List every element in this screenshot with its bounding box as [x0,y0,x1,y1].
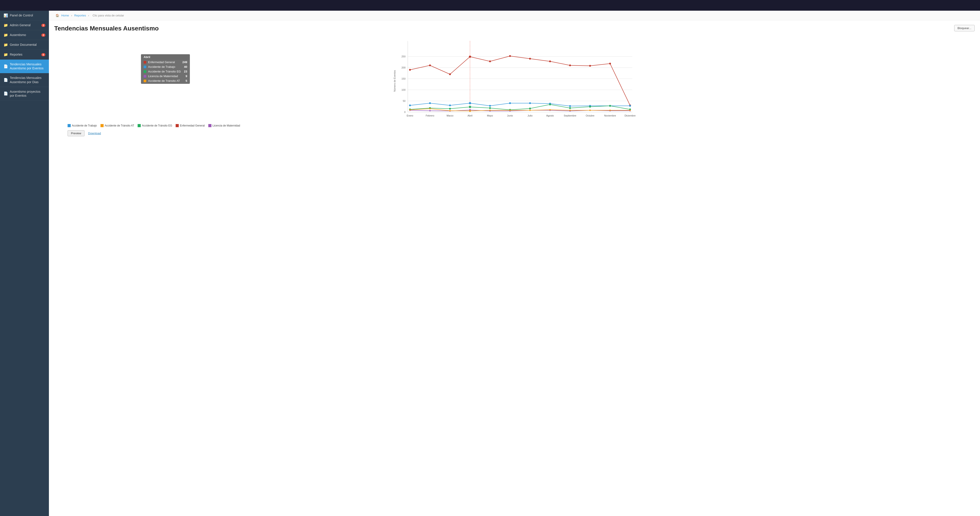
dot-ateg-2 [449,108,451,110]
x-label-mayo: Mayo [487,114,493,117]
sidebar-label-gestor-documental: Gestor Documental [10,43,45,47]
sidebar-item-ausentismo[interactable]: 📁 Ausentismo 2 [0,30,49,40]
x-label-junio: Junio [507,114,513,117]
line-chart: Número de Eventos 0 50 100 150 200 [54,37,975,121]
badge-reportes: 6 [41,53,45,56]
dot-atat-1 [429,108,431,109]
dot-at-1 [429,102,431,104]
sidebar-label-ausentismo-proyectos: Ausentismo proyectos por Eventos [10,89,45,97]
dot-ateg-7 [549,104,551,105]
dot-atat-7 [549,109,551,110]
folder-icon-admin: 📁 [3,23,8,27]
dot-eg-0 [409,69,411,71]
folder-icon-gestor: 📁 [3,43,8,47]
y-tick-200: 200 [401,66,406,69]
breadcrumb-sep-2: › [88,14,90,17]
download-button[interactable]: Download [88,132,101,135]
line-accidente-transito-eg [410,105,630,110]
y-tick-0: 0 [404,111,406,113]
sidebar-item-panel-control[interactable]: 📊 Panel de Control [0,11,49,21]
dot-eg-9 [589,65,591,67]
x-label-diciembre: Diciembre [625,114,636,117]
chart-container: Número de Eventos 0 50 100 150 200 [49,34,980,141]
dot-at-8 [569,105,571,107]
dot-eg-10 [609,63,611,64]
sidebar-item-reportes[interactable]: 📁 Reportes 6 [0,50,49,60]
sidebar: 📊 Panel de Control 📁 Admin General 2 📁 A… [0,11,49,516]
chart-actions: Preview Download [54,130,975,136]
sidebar-label-panel-control: Panel de Control [10,13,45,18]
breadcrumb-reportes-link[interactable]: Reportes [74,14,86,17]
legend-item-eg: Enfermedad General [176,124,205,127]
sidebar-item-tendencias-dias[interactable]: 📄 Tendencias Mensuales Ausentismo por Di… [0,73,49,87]
dot-at-5 [509,102,511,104]
legend-item-lm: Licencia de Maternidad [208,124,240,127]
chart-icon: 📊 [3,13,8,18]
dot-atat-3 [469,110,471,112]
line-enfermedad-general [410,56,630,105]
dot-eg-4 [489,61,491,62]
sidebar-item-admin-general[interactable]: 📁 Admin General 2 [0,21,49,30]
dot-ateg-6 [529,108,531,109]
y-tick-150: 150 [401,77,406,80]
dot-eg-3 [469,56,471,58]
x-label-julio: Julio [528,114,533,117]
legend-label-eg: Enfermedad General [180,124,205,127]
x-label-agosto: Agosto [546,114,554,117]
x-label-noviembre: Noviembre [604,114,616,117]
dot-eg-6 [529,58,531,60]
legend-dot-ateg [138,124,141,127]
preview-button[interactable]: Preview [68,130,84,136]
sidebar-label-tendencias-dias: Tendencias Mensuales Ausentismo por Dias [10,76,45,84]
legend-item-atat: Accidente de Tránsito AT [100,124,134,127]
bloquear-button[interactable]: Bloquear... [954,25,975,31]
dot-lm-1 [429,110,431,111]
y-tick-50: 50 [403,100,406,102]
dot-atat-6 [529,110,531,111]
badge-ausentismo: 2 [41,33,45,37]
dot-eg-2 [449,73,451,75]
breadcrumb: 🏠 Home › Reportes › Clic para vista de c… [49,11,980,21]
breadcrumb-current: Clic para vista de celular [92,14,124,17]
sidebar-item-gestor-documental[interactable]: 📁 Gestor Documental [0,40,49,50]
dot-ateg-10 [609,105,611,107]
legend-item-at: Accidente de Trabajo [68,124,97,127]
dot-eg-5 [509,55,511,57]
page-header: Tendencias Mensuales Ausentismo Bloquear… [49,21,980,34]
page-title: Tendencias Mensuales Ausentismo [54,25,159,32]
legend-item-ateg: Accidente de Tránsito EG [138,124,172,127]
legend-label-lm: Licencia de Maternidad [213,124,240,127]
dot-at-6 [529,102,531,104]
sidebar-item-ausentismo-proyectos[interactable]: 📄 Ausentismo proyectos por Eventos [0,87,49,100]
dot-at-4 [489,105,491,107]
dot-ateg-9 [589,106,591,108]
dot-atat-11 [629,110,631,111]
dot-ateg-3 [469,106,471,108]
sidebar-item-tendencias-eventos[interactable]: 📄 Tendencias Mensuales Ausentismo por Ev… [0,60,49,73]
dot-atat-0 [409,109,410,110]
x-label-enero: Enero [407,114,413,117]
legend-dot-lm [208,124,212,127]
sidebar-label-ausentismo: Ausentismo [10,33,40,37]
x-label-abril: Abril [468,114,473,117]
dot-atat-8 [570,110,571,111]
dot-atat-4 [489,110,491,111]
folder-icon-ausentismo: 📁 [3,33,8,37]
dot-at-11 [629,105,631,107]
legend-dot-atat [100,124,103,127]
doc-icon-tendencias-dias: 📄 [3,78,8,82]
breadcrumb-home-link[interactable]: Home [61,14,69,17]
chart-legend: Accidente de Trabajo Accidente de Tránsi… [54,124,975,127]
doc-icon-tendencias-eventos: 📄 [3,64,8,68]
dot-at-2 [449,105,451,106]
dot-at-3 [469,102,471,104]
dot-atat-2 [449,110,451,111]
dot-atat-5 [509,110,511,111]
legend-dot-eg [176,124,179,127]
folder-icon-reportes: 📁 [3,53,8,57]
x-label-febrero: Febrero [426,114,434,117]
x-label-septiembre: Septiembre [564,114,576,117]
dot-eg-8 [569,64,571,66]
legend-label-atat: Accidente de Tránsito AT [105,124,134,127]
legend-label-at: Accidente de Trabajo [72,124,97,127]
